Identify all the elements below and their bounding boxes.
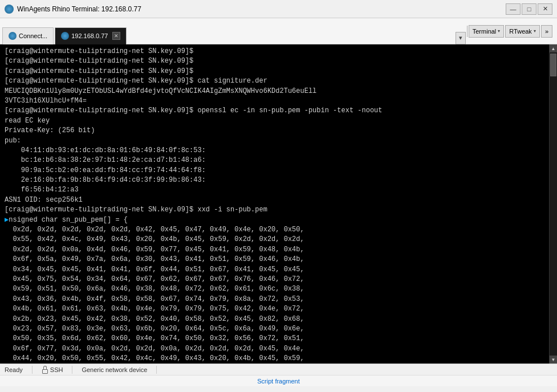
more-menu-label: »	[545, 28, 548, 35]
tab-bar: Connect... 192.168.0.77 ✕ ▾	[2, 18, 466, 44]
session-tab[interactable]: 192.168.0.77 ✕	[55, 27, 127, 44]
window-controls: — □ ✕	[506, 3, 552, 15]
tab-scroll-button[interactable]: ▾	[456, 32, 466, 44]
terminal-scrollbar[interactable]: ▲ ▼	[549, 44, 557, 364]
terminal-line: 0x2d, 0x2d, 0x0a, 0x4d, 0x46, 0x59, 0x77…	[5, 246, 304, 254]
scroll-up-arrow[interactable]: ▲	[550, 44, 558, 52]
terminal-line: 0x2b, 0x23, 0x45, 0x42, 0x38, 0x52, 0x40…	[5, 315, 304, 323]
tab-close-button[interactable]: ✕	[112, 32, 120, 40]
terminal-line: ASN1 OID: secp256k1	[5, 196, 83, 204]
caption-text: Script fragment	[257, 378, 300, 385]
terminal-line: 0x2d, 0x2d, 0x2d, 0x2d, 0x2d, 0x42, 0x45…	[5, 226, 304, 234]
terminal-line: 3VTC3ih16XUlhcU+fM4=	[5, 97, 87, 105]
terminal-line: MEUCIQDBKn1Uly8m0UyzETObUSL4wYdBfd4ejvto…	[5, 87, 316, 95]
terminal-line: 0x45, 0x75, 0x54, 0x34, 0x64, 0x67, 0x62…	[5, 275, 304, 283]
terminal-line: [craig@wintermute-tuliptrading-net SN.ke…	[5, 77, 267, 85]
close-button[interactable]: ✕	[538, 3, 552, 15]
terminal-line: [craig@wintermute-tuliptrading-net SN.ke…	[5, 47, 193, 55]
terminal-line: 0x43, 0x36, 0x4b, 0x4f, 0x58, 0x58, 0x67…	[5, 295, 304, 303]
rtweak-menu-button[interactable]: RTweak ▾	[505, 25, 540, 38]
connect-tab-label: Connect...	[19, 32, 47, 39]
terminal-output[interactable]: [craig@wintermute-tuliptrading-net SN.ke…	[0, 44, 549, 364]
terminal-menu-chevron: ▾	[498, 28, 500, 34]
terminal-line: 0x6f, 0x5a, 0x49, 0x7a, 0x6a, 0x30, 0x43…	[5, 255, 304, 263]
terminal-line: [craig@wintermute-tuliptrading-net SN.ke…	[5, 206, 267, 214]
toolbar-separator	[467, 26, 467, 37]
session-icon	[61, 32, 69, 40]
scroll-track[interactable]	[550, 52, 557, 356]
terminal-line: 2e:16:0b:fa:9b:8b:64:f9:d4:c0:3f:99:9b:8…	[5, 176, 206, 184]
rtweak-menu-chevron: ▾	[534, 28, 536, 34]
toolbar: Connect... 192.168.0.77 ✕ ▾ Terminal ▾ R…	[0, 18, 557, 44]
terminal-menu-label: Terminal	[473, 28, 497, 35]
session-tab-label: 192.168.0.77	[71, 32, 108, 39]
terminal-menu-button[interactable]: Terminal ▾	[469, 25, 505, 38]
more-menu-button[interactable]: »	[541, 25, 552, 38]
status-network: Generic network device	[82, 366, 147, 373]
connect-tab[interactable]: Connect...	[2, 27, 54, 44]
terminal-line: bc:1e:b6:8a:38:2e:97:b1:48:2e:ca:d7:b1:4…	[5, 156, 206, 164]
maximize-button[interactable]: □	[522, 3, 536, 15]
app-icon	[5, 5, 14, 14]
scroll-arrow-icon: ▾	[459, 34, 462, 42]
terminal-line: f6:56:b4:12:a3	[5, 186, 79, 194]
status-ssh: SSH	[42, 366, 63, 374]
terminal-line: pub:	[5, 137, 21, 145]
terminal-line: 0x34, 0x45, 0x45, 0x41, 0x41, 0x6f, 0x44…	[5, 266, 304, 273]
lock-icon	[42, 366, 48, 374]
terminal-line: 0x23, 0x57, 0x83, 0x3e, 0x63, 0x6b, 0x20…	[5, 325, 304, 333]
terminal-line: 0x6f, 0x77, 0x3d, 0x0a, 0x2d, 0x2d, 0x0a…	[5, 345, 304, 353]
status-separator-2	[72, 366, 72, 374]
connect-icon	[9, 32, 17, 40]
terminal-line: 0x4b, 0x61, 0x61, 0x63, 0x4b, 0x4e, 0x79…	[5, 305, 304, 313]
terminal-line: [craig@wintermute-tuliptrading-net SN.ke…	[5, 57, 193, 65]
terminal-line: [craig@wintermute-tuliptrading-net SN.ke…	[5, 107, 383, 115]
terminal-line: 0x44, 0x20, 0x50, 0x55, 0x42, 0x4c, 0x49…	[5, 354, 304, 362]
title-bar: WinAgents Rhino Terminal: 192.168.0.77 —…	[0, 0, 557, 18]
terminal-line: read EC key	[5, 117, 50, 125]
terminal-line: [craig@wintermute-tuliptrading-net SN.ke…	[5, 67, 193, 75]
terminal-line: 0x59, 0x51, 0x50, 0x6a, 0x46, 0x38, 0x48…	[5, 285, 304, 293]
minimize-button[interactable]: —	[506, 3, 521, 15]
window-title: WinAgents Rhino Terminal: 192.168.0.77	[17, 5, 506, 13]
scroll-thumb[interactable]	[550, 54, 556, 76]
rtweak-menu-label: RTweak	[509, 28, 532, 35]
terminal-wrapper: [craig@wintermute-tuliptrading-net SN.ke…	[0, 44, 557, 364]
caption-bar: Script fragment	[0, 375, 557, 386]
status-bar: Ready SSH Generic network device	[0, 364, 557, 375]
toolbar-right: Terminal ▾ RTweak ▾ »	[469, 25, 555, 38]
status-ready: Ready	[5, 366, 23, 373]
terminal-line: 90:9a:5c:b2:e0:ea:dd:fb:84:cc:f9:74:44:6…	[5, 166, 206, 174]
terminal-line: nsigned char sn_pub_pem[] = {	[9, 216, 128, 224]
terminal-line: 0x55, 0x42, 0x4c, 0x49, 0x43, 0x20, 0x4b…	[5, 235, 304, 243]
status-ssh-label: SSH	[50, 366, 63, 373]
status-separator-1	[32, 366, 32, 374]
status-separator-3	[156, 366, 157, 374]
terminal-line: 04:11:db:93:e1:dc:db:8a:01:6b:49:84:0f:8…	[5, 146, 206, 154]
terminal-line: Private-Key: (256 bit)	[5, 126, 95, 134]
scroll-down-arrow[interactable]: ▼	[550, 356, 558, 364]
terminal-line: 0x50, 0x35, 0x6d, 0x62, 0x60, 0x4e, 0x74…	[5, 334, 304, 342]
